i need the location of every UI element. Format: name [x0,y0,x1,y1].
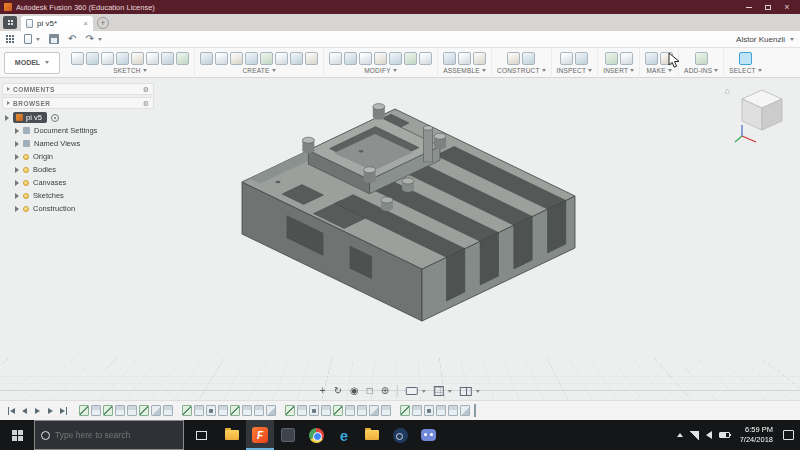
minimize-button[interactable] [740,1,758,13]
expand-arrow-icon[interactable] [5,115,9,121]
steam-icon[interactable] [386,420,414,450]
construct-menu[interactable]: CONSTRUCT [497,67,546,74]
assemble-joint-icon[interactable] [458,52,471,65]
search-input[interactable] [55,430,177,440]
inspect-measure-icon[interactable] [560,52,573,65]
3d-model-pi-case[interactable] [0,78,800,400]
timeline-step-forward-button[interactable] [44,404,57,417]
modify-press-pull-icon[interactable] [329,52,342,65]
sketch-spline-icon[interactable] [176,52,189,65]
timeline-extrude-feature-icon[interactable] [345,405,355,416]
taskbar-search[interactable] [34,420,184,450]
construct-plane-icon[interactable] [507,52,520,65]
modify-scale-icon[interactable] [404,52,417,65]
save-button[interactable] [49,34,59,44]
gear-icon[interactable]: ⚙ [143,86,149,93]
folder-icon[interactable] [358,420,386,450]
modify-menu[interactable]: MODIFY [364,67,396,74]
tree-root-component[interactable]: pi v5 [5,111,97,124]
modify-draft-icon[interactable] [389,52,402,65]
timeline-extrude-feature-icon[interactable] [218,405,228,416]
select-menu[interactable]: SELECT [729,67,762,74]
visibility-bulb-icon[interactable] [23,154,29,160]
root-component-pill[interactable]: pi v5 [13,112,47,123]
timeline-extrude-feature-icon[interactable] [412,405,422,416]
timeline-step-back-button[interactable] [18,404,31,417]
app-grid-menu-button[interactable] [6,35,15,44]
timeline-hole-feature-icon[interactable] [424,405,434,416]
user-account-menu[interactable]: Alstor Kuenzli [736,35,794,44]
sketch-slot-icon[interactable] [161,52,174,65]
timeline-extrude-feature-icon[interactable] [357,405,367,416]
visibility-bulb-icon[interactable] [23,167,29,173]
timeline-extrude-feature-icon[interactable] [321,405,331,416]
look-at-icon[interactable]: ◉ [350,386,359,396]
timeline-extrude-feature-icon[interactable] [163,405,173,416]
timeline-go-to-end-button[interactable] [57,404,70,417]
grid-settings-button[interactable] [434,386,452,396]
sketch-polygon-icon[interactable] [131,52,144,65]
timeline-sketch-feature-icon[interactable] [139,405,149,416]
create-extrude-icon[interactable] [200,52,213,65]
zoom-window-icon[interactable]: □ [367,386,373,396]
battery-icon[interactable] [719,432,730,438]
add-ins-menu[interactable]: ADD-INS [684,67,718,74]
pan-icon[interactable]: + [320,386,326,396]
start-button[interactable] [0,420,34,450]
zoom-icon[interactable]: ⊕ [381,386,389,396]
insert-decal-icon[interactable] [620,52,633,65]
redo-button[interactable]: ↷ [85,34,101,44]
make-3d-print-icon[interactable] [645,52,658,65]
timeline-sketch-feature-icon[interactable] [285,405,295,416]
timeline-extrude-feature-icon[interactable] [91,405,101,416]
inspect-menu[interactable]: INSPECT [557,67,593,74]
expand-arrow-icon[interactable] [15,206,19,212]
timeline-fillet-feature-icon[interactable] [266,405,276,416]
timeline-sketch-feature-icon[interactable] [103,405,113,416]
timeline-sketch-feature-icon[interactable] [230,405,240,416]
close-button[interactable]: × [778,1,796,13]
create-sweep-icon[interactable] [230,52,243,65]
expand-arrow-icon[interactable] [15,141,19,147]
timeline-position-marker[interactable] [474,404,476,417]
task-view-button[interactable] [184,420,218,450]
create-hole-icon[interactable] [260,52,273,65]
timeline-extrude-feature-icon[interactable] [115,405,125,416]
create-menu[interactable]: CREATE [242,67,275,74]
timeline-extrude-feature-icon[interactable] [254,405,264,416]
tray-expand-icon[interactable] [677,433,683,437]
orbit-icon[interactable]: ↻ [334,386,342,396]
viewports-button[interactable] [460,387,480,396]
timeline-sketch-feature-icon[interactable] [79,405,89,416]
tree-item-named-views[interactable]: Named Views [5,137,97,150]
chrome-icon[interactable] [302,420,330,450]
sketch-rectangle-icon[interactable] [86,52,99,65]
visibility-bulb-icon[interactable] [23,180,29,186]
timeline-extrude-feature-icon[interactable] [242,405,252,416]
create-revolve-icon[interactable] [215,52,228,65]
document-tab[interactable]: pi v5* × [21,16,93,31]
timeline-sketch-feature-icon[interactable] [333,405,343,416]
viewport[interactable]: ⌂ [0,78,800,400]
construct-axis-icon[interactable] [522,52,535,65]
discord-icon[interactable] [414,420,442,450]
timeline-extrude-feature-icon[interactable] [297,405,307,416]
expand-arrow-icon[interactable] [15,180,19,186]
modify-chamfer-icon[interactable] [359,52,372,65]
timeline-extrude-feature-icon[interactable] [127,405,137,416]
view-cube[interactable] [734,84,790,148]
tree-item-bodies[interactable]: Bodies [5,163,97,176]
data-panel-toggle[interactable] [3,16,17,29]
comments-panel-header[interactable]: COMMENTS ⚙ [2,83,154,95]
fusion-360-taskbar-icon[interactable]: F [246,420,274,450]
sketch-ellipse-icon[interactable] [146,52,159,65]
assemble-rigid-group-icon[interactable] [473,52,486,65]
tree-item-origin[interactable]: Origin [5,150,97,163]
sketch-menu[interactable]: SKETCH [113,67,147,74]
maximize-button[interactable] [759,1,777,13]
modify-fillet-icon[interactable] [344,52,357,65]
sketch-circle-icon[interactable] [101,52,114,65]
sketch-arc-icon[interactable] [116,52,129,65]
volume-icon[interactable] [706,431,712,439]
browser-panel-header[interactable]: BROWSER ⚙ [2,97,154,109]
